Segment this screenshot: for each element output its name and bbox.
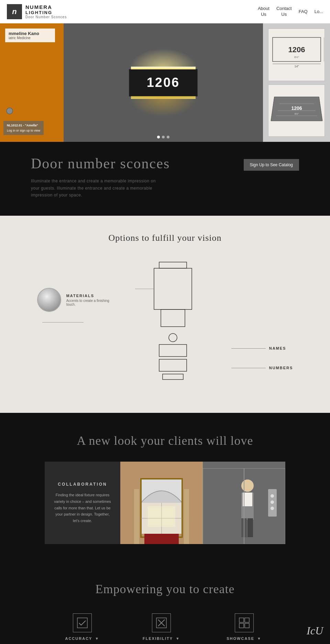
svg-rect-22 <box>134 489 139 544</box>
svg-rect-11 <box>159 344 187 357</box>
options-content: MATERIALS Accents to create a finishing … <box>28 260 302 392</box>
slash-icon <box>155 617 167 629</box>
grid-icon <box>238 617 250 629</box>
sign-dept: iatric Medicine <box>9 36 52 40</box>
sign-name: mmeline Kano <box>9 31 52 36</box>
nav-contact-us[interactable]: ContactUs <box>276 6 292 18</box>
empower-title: Empowering you to create <box>21 582 309 596</box>
accuracy-icon <box>73 613 92 632</box>
hero-title: Door number sconces <box>31 156 237 171</box>
numbers-line <box>231 368 266 368</box>
tagline: Door Number Sconces <box>25 15 67 19</box>
svg-rect-24 <box>148 506 175 527</box>
options-left: MATERIALS Accents to create a finishing … <box>37 260 114 323</box>
clients-grid: COLLABORATION Finding the ideal fixture … <box>7 462 323 544</box>
checkbox-icon <box>76 617 88 629</box>
icu-text: IcU <box>307 624 323 637</box>
empower-section: Empowering you to create ACCURACY ▼ Cust… <box>0 561 330 644</box>
svg-rect-8 <box>154 268 192 309</box>
dot-1[interactable] <box>157 136 160 138</box>
nav-login[interactable]: Lo... <box>315 9 323 15</box>
elevator-svg <box>203 462 285 544</box>
door-handle <box>6 108 13 114</box>
caption-sub: Log in or sign up to view <box>7 128 40 133</box>
options-right: NAMES NUMBERS <box>231 260 293 370</box>
hero-center-panel: 1206 <box>64 23 263 142</box>
sign-panel: mmeline Kano iatric Medicine <box>5 29 55 42</box>
nav: AboutUs ContactUs FAQ Lo... <box>258 6 323 18</box>
empower-showcase: SHOWCASE ▼ A new approach that makes a s… <box>213 613 275 644</box>
hero-desc: Illuminate the entrance and create a mem… <box>31 178 162 199</box>
caption-label: NL1012.01 - "Amella" <box>7 123 40 128</box>
sconce-diagram-area <box>128 260 218 392</box>
svg-rect-13 <box>163 374 183 380</box>
diag-sub: 6½" <box>294 56 299 59</box>
dot-3[interactable] <box>167 136 169 138</box>
logo-area: n NUMERA LIGHTING Door Number Sconces <box>7 4 67 19</box>
svg-rect-43 <box>245 618 249 622</box>
diag2-number: 1206 <box>291 105 302 111</box>
hero-right-panel: 1206 6½" 14" 1206 6½" <box>263 23 330 142</box>
material-swatch <box>37 288 61 312</box>
carousel-dots <box>157 136 169 138</box>
svg-rect-9 <box>161 309 185 327</box>
signup-button[interactable]: Sign Up to See Catalog <box>244 159 299 171</box>
svg-rect-23 <box>184 489 189 544</box>
empower-grid: ACCURACY ▼ Customizable arrangement desi… <box>21 613 309 644</box>
svg-rect-12 <box>159 359 187 371</box>
hero-carousel: mmeline Kano iatric Medicine NL1012.01 -… <box>0 23 330 142</box>
sconce-diagram-svg <box>128 260 218 391</box>
empower-flexibility: FLEXIBILITY ▼ Very options to complement… <box>130 613 193 644</box>
svg-rect-44 <box>239 623 244 628</box>
clients-section: A new look your clients will love COLLAB… <box>0 413 330 561</box>
diagram-bottom-svg: 1206 6½" <box>269 93 324 128</box>
svg-point-10 <box>169 334 177 342</box>
glow-bottom <box>129 97 198 117</box>
collab-title: COLLABORATION <box>58 482 107 487</box>
diagram-top: 1206 6½" 14" <box>268 29 325 81</box>
showcase-title: SHOWCASE ▼ <box>227 636 262 641</box>
materials-label: MATERIALS <box>66 294 114 298</box>
svg-point-35 <box>271 494 274 498</box>
names-label: NAMES <box>269 346 286 350</box>
brand-sub: LIGHTING <box>25 10 67 15</box>
hero-text-left: Door number sconces Illuminate the entra… <box>31 156 237 199</box>
logo-text: NUMERA LIGHTING Door Number Sconces <box>25 4 67 19</box>
svg-rect-38 <box>77 618 87 628</box>
materials-text: MATERIALS Accents to create a finishing … <box>66 294 114 306</box>
logo-icon: n <box>7 4 22 19</box>
hero-text-section: Door number sconces Illuminate the entra… <box>0 142 330 216</box>
svg-rect-45 <box>245 623 249 628</box>
materials-item: MATERIALS Accents to create a finishing … <box>37 288 114 312</box>
svg-point-36 <box>271 500 274 504</box>
diag-number: 1206 <box>288 45 305 54</box>
names-item: NAMES <box>231 346 293 350</box>
dot-2[interactable] <box>162 136 165 138</box>
hall-image <box>120 462 203 544</box>
diagram-top-svg: 1206 6½" 14" <box>269 36 324 74</box>
flexibility-title: FLEXIBILITY ▼ <box>143 636 180 641</box>
collaboration-card: COLLABORATION Finding the ideal fixture … <box>45 462 120 544</box>
empower-accuracy: ACCURACY ▼ Customizable arrangement desi… <box>55 613 109 644</box>
sconce-body: 1206 <box>129 69 198 97</box>
nav-faq[interactable]: FAQ <box>299 9 308 15</box>
svg-point-37 <box>271 507 274 510</box>
sconce-number: 1206 <box>147 75 180 90</box>
hero-left-panel: mmeline Kano iatric Medicine NL1012.01 -… <box>0 23 64 142</box>
svg-rect-42 <box>239 618 244 622</box>
accuracy-title: ACCURACY ▼ <box>65 636 99 641</box>
nav-about-us[interactable]: AboutUs <box>258 6 270 18</box>
brand-name: NUMERA <box>25 4 67 10</box>
materials-sub: Accents to create a finishing touch. <box>66 299 114 306</box>
diag2-sub: 6½" <box>294 113 299 115</box>
diag-measure: 14" <box>294 65 299 68</box>
header: n NUMERA LIGHTING Door Number Sconces Ab… <box>0 0 330 23</box>
hero-caption: NL1012.01 - "Amella" Log in or sign up t… <box>3 121 44 135</box>
numbers-item: NUMBERS <box>231 366 293 370</box>
flexibility-icon <box>152 613 171 632</box>
showcase-icon <box>235 613 254 632</box>
svg-rect-30 <box>248 518 253 537</box>
svg-rect-21 <box>144 534 179 544</box>
glow-top <box>129 48 198 69</box>
collab-text: Finding the ideal fixture requires varie… <box>53 492 112 524</box>
